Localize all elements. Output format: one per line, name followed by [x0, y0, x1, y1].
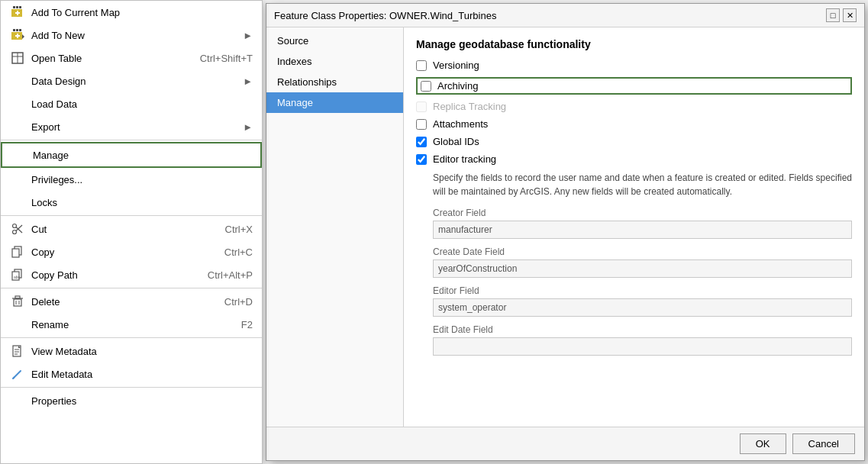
- menu-label-data-design: Data Design: [31, 76, 237, 87]
- replica-tracking-checkbox[interactable]: [416, 102, 427, 112]
- menu-label-delete: Delete: [31, 296, 209, 308]
- arrow-icon-data-design: ►: [243, 76, 253, 87]
- menu-label-open-table: Open Table: [31, 53, 185, 64]
- editor-tracking-checkbox[interactable]: [416, 154, 427, 165]
- svg-rect-27: [15, 296, 20, 298]
- svg-rect-5: [17, 11, 18, 15]
- svg-rect-1: [13, 6, 15, 8]
- nav-item-source[interactable]: Source: [266, 31, 403, 51]
- menu-item-edit-metadata[interactable]: Edit Metadata: [1, 362, 262, 385]
- creator-field-input[interactable]: [433, 221, 852, 239]
- spacer-icon8: [10, 393, 25, 408]
- svg-rect-7: [13, 29, 15, 31]
- menu-item-add-to-new[interactable]: Add To New ►: [1, 24, 262, 47]
- nav-item-relationships[interactable]: Relationships: [266, 72, 403, 92]
- menu-item-locks[interactable]: Locks: [1, 191, 262, 214]
- divider-4: [1, 337, 262, 338]
- context-menu: Add To Current Map Add To New ►: [0, 0, 263, 464]
- divider-2: [1, 215, 262, 216]
- dialog-body: Source Indexes Relationships Manage Mana…: [266, 27, 864, 427]
- replica-tracking-label: Replica Tracking: [433, 101, 506, 112]
- svg-marker-12: [22, 34, 24, 39]
- menu-item-add-to-current-map[interactable]: Add To Current Map: [1, 1, 262, 24]
- cancel-button[interactable]: Cancel: [792, 433, 855, 454]
- editor-tracking-description: Specify the fields to record the user na…: [433, 171, 852, 198]
- versioning-checkbox[interactable]: [416, 60, 427, 71]
- doc-icon: [10, 343, 25, 359]
- menu-label-locks: Locks: [31, 197, 253, 208]
- shortcut-delete: Ctrl+D: [224, 296, 253, 308]
- nav-item-manage[interactable]: Manage: [266, 92, 403, 113]
- menu-label-manage: Manage: [33, 150, 251, 161]
- versioning-label: Versioning: [433, 60, 479, 71]
- divider-1: [1, 140, 262, 140]
- nav-item-indexes[interactable]: Indexes: [266, 51, 403, 72]
- menu-label-add-to-new: Add To New: [31, 30, 237, 41]
- menu-item-load-data[interactable]: Load Data: [1, 92, 262, 115]
- menu-item-copy[interactable]: Copy Ctrl+C: [1, 240, 262, 263]
- table-icon: [10, 50, 25, 66]
- svg-rect-9: [19, 29, 21, 31]
- svg-rect-8: [16, 29, 18, 31]
- creator-field-label: Creator Field: [433, 208, 852, 218]
- editor-tracking-label: Editor tracking: [433, 153, 496, 165]
- menu-item-export[interactable]: Export ►: [1, 115, 262, 138]
- svg-point-17: [13, 224, 17, 228]
- menu-item-privileges[interactable]: Privileges...: [1, 168, 262, 191]
- spacer-icon3: [10, 119, 25, 134]
- menu-label-privileges: Privileges...: [31, 174, 253, 185]
- scissors-icon: [10, 221, 25, 237]
- minimize-button[interactable]: □: [826, 8, 840, 22]
- archiving-label: Archiving: [437, 80, 478, 92]
- global-ids-row: Global IDs: [416, 136, 852, 147]
- svg-rect-11: [17, 34, 18, 38]
- menu-label-edit-metadata: Edit Metadata: [31, 369, 253, 380]
- archiving-row: Archiving: [416, 77, 852, 95]
- menu-label-rename: Rename: [31, 319, 226, 330]
- svg-rect-21: [12, 249, 19, 257]
- menu-item-delete[interactable]: Delete Ctrl+D: [1, 290, 262, 313]
- replica-tracking-row: Replica Tracking: [416, 101, 852, 112]
- menu-label-copy-path: Copy Path: [31, 269, 192, 281]
- shortcut-cut: Ctrl+X: [225, 224, 253, 235]
- menu-label-properties: Properties: [31, 395, 253, 407]
- svg-rect-25: [14, 299, 21, 306]
- shortcut-copy: Ctrl+C: [224, 246, 253, 258]
- menu-item-open-table[interactable]: Open Table Ctrl+Shift+T: [1, 47, 262, 69]
- editor-field-input[interactable]: [433, 298, 852, 317]
- global-ids-checkbox[interactable]: [416, 137, 427, 147]
- menu-label-add-to-current-map: Add To Current Map: [31, 7, 253, 18]
- attachments-label: Attachments: [433, 118, 488, 130]
- versioning-row: Versioning: [416, 60, 852, 71]
- add-new-icon: [10, 27, 25, 43]
- create-date-field-input[interactable]: [433, 259, 852, 278]
- menu-item-manage[interactable]: Manage: [1, 142, 262, 168]
- dialog-nav: Source Indexes Relationships Manage: [266, 27, 404, 427]
- close-button[interactable]: ✕: [843, 8, 857, 22]
- ok-button[interactable]: OK: [740, 433, 786, 454]
- create-date-field-label: Create Date Field: [433, 246, 852, 257]
- menu-item-cut[interactable]: Cut Ctrl+X: [1, 218, 262, 240]
- menu-label-load-data: Load Data: [31, 98, 253, 110]
- menu-item-properties[interactable]: Properties: [1, 389, 262, 412]
- shortcut-copy-path: Ctrl+Alt+P: [208, 269, 253, 281]
- arrow-icon-add-to-new: ►: [243, 30, 253, 41]
- svg-point-16: [13, 230, 17, 234]
- menu-item-copy-path[interactable]: abc Copy Path Ctrl+Alt+P: [1, 263, 262, 286]
- feature-class-properties-dialog: Feature Class Properties: OWNER.Wind_Tur…: [266, 3, 865, 461]
- archiving-checkbox[interactable]: [421, 81, 431, 92]
- menu-label-view-metadata: View Metadata: [31, 346, 253, 357]
- dialog-title: Feature Class Properties: OWNER.Wind_Tur…: [274, 10, 496, 21]
- attachments-checkbox[interactable]: [416, 119, 427, 130]
- editor-tracking-row: Editor tracking: [416, 153, 852, 165]
- divider-3: [1, 288, 262, 288]
- editor-field-label: Editor Field: [433, 285, 852, 296]
- menu-item-view-metadata[interactable]: View Metadata: [1, 340, 262, 362]
- menu-label-cut: Cut: [31, 224, 210, 235]
- edit-date-field-input[interactable]: [433, 337, 852, 356]
- menu-item-rename[interactable]: Rename F2: [1, 313, 262, 336]
- svg-rect-3: [19, 6, 21, 8]
- menu-item-data-design[interactable]: Data Design ►: [1, 69, 262, 92]
- attachments-row: Attachments: [416, 118, 852, 130]
- spacer-icon6: [10, 195, 25, 210]
